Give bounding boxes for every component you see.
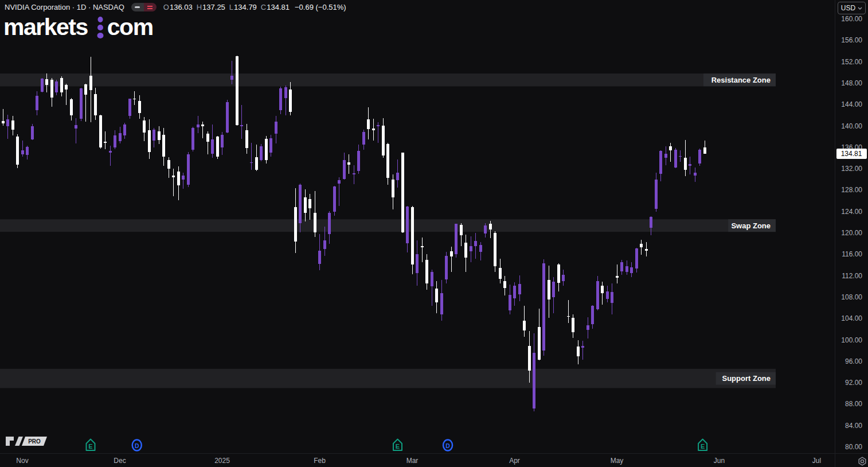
candle-body xyxy=(577,347,580,356)
candle-body xyxy=(587,325,589,330)
candle-body xyxy=(684,158,687,170)
price-tick-label: 152.00 xyxy=(841,58,862,66)
price-chart[interactable]: Resistance ZoneSwap ZoneSupport Zone160.… xyxy=(0,0,868,467)
candle-body xyxy=(499,268,502,279)
candle-body xyxy=(601,286,604,293)
candle-body xyxy=(694,173,697,176)
candle-body xyxy=(128,99,131,116)
candle-body xyxy=(411,207,414,265)
candle-body xyxy=(616,276,619,278)
resistance-zone xyxy=(0,73,776,86)
candle-body xyxy=(513,286,516,298)
price-tick-label: 160.00 xyxy=(841,15,862,23)
price-scale[interactable]: 160.00156.00152.00148.00144.00140.00136.… xyxy=(841,15,862,451)
candle-body xyxy=(523,321,526,330)
candle-body xyxy=(11,120,14,129)
candle-body xyxy=(240,125,243,126)
low-label: L xyxy=(229,3,233,11)
candle-body xyxy=(230,76,233,80)
price-tick-label: 124.00 xyxy=(841,208,862,216)
candle-body xyxy=(640,244,643,247)
candle-body xyxy=(75,125,77,129)
time-tick-label: Apr xyxy=(509,457,520,465)
high-label: H xyxy=(197,3,202,11)
candle-body xyxy=(191,128,194,150)
open-label: O xyxy=(163,3,169,11)
candle-body xyxy=(489,224,492,229)
candle-body xyxy=(396,173,399,180)
candle-body xyxy=(591,306,594,324)
candle-body xyxy=(401,153,404,232)
candle-body xyxy=(84,84,87,95)
event-markers[interactable]: EDEDE xyxy=(87,439,707,451)
candle-body xyxy=(250,162,253,164)
candle-body xyxy=(60,78,63,92)
candle-body xyxy=(167,160,170,169)
open-value: 136.03 xyxy=(170,3,193,11)
zone-bands xyxy=(0,73,776,388)
candle-body xyxy=(133,99,136,100)
candle-body xyxy=(596,281,599,310)
candle-body xyxy=(323,240,326,250)
candle-body xyxy=(318,251,321,263)
candle-body xyxy=(314,213,316,232)
time-tick-label: Jun xyxy=(714,457,725,465)
price-tick-label: 120.00 xyxy=(841,229,862,237)
candle-body xyxy=(206,134,209,142)
candle-body xyxy=(406,207,409,243)
tradingview-icon xyxy=(6,437,23,446)
delayed-data-icon xyxy=(144,3,157,11)
candle-body xyxy=(269,138,272,153)
price-tick-label: 100.00 xyxy=(841,336,862,344)
symbol-title[interactable]: NVIDIA Corporation · 1D · NASDAQ xyxy=(5,3,124,11)
candle-body xyxy=(328,213,331,234)
candle-body xyxy=(80,88,83,119)
price-tick-label: 140.00 xyxy=(841,122,862,130)
candle-body xyxy=(464,243,467,258)
candle-body xyxy=(445,256,448,279)
candle-body xyxy=(450,251,453,257)
candle-body xyxy=(245,130,248,148)
candle-body xyxy=(421,246,424,248)
candle-body xyxy=(260,146,263,160)
candle-body xyxy=(138,101,141,112)
candle-body xyxy=(509,295,511,310)
axis-settings-gear-icon[interactable] xyxy=(857,456,867,467)
close-value: 134.81 xyxy=(267,3,290,11)
price-tick-label: 88.00 xyxy=(845,400,862,408)
candle-body xyxy=(65,85,68,89)
candle-body xyxy=(172,176,175,177)
candle-body xyxy=(611,292,613,303)
candle-body xyxy=(343,160,346,178)
candle-body xyxy=(279,88,282,110)
currency-selector[interactable]: USD xyxy=(838,2,866,14)
time-scale[interactable]: NovDec2025FebMarAprMayJunJul xyxy=(16,457,821,465)
candle-body xyxy=(630,267,633,273)
candle-body xyxy=(123,124,126,135)
candle-body xyxy=(562,275,565,281)
candle-body xyxy=(503,281,506,288)
candle-body xyxy=(581,346,584,348)
candle-body xyxy=(221,135,224,147)
candle-body xyxy=(538,327,541,360)
candle-body xyxy=(440,293,443,314)
symbol-legend[interactable]: NVIDIA Corporation · 1D · NASDAQ O136.03… xyxy=(5,3,346,11)
price-tick-label: 92.00 xyxy=(845,379,862,387)
ohlc-values: O136.03 H137.25 L134.79 C134.81 −0.69 (−… xyxy=(163,3,346,11)
candle-body xyxy=(357,151,360,171)
candle-body xyxy=(104,142,107,143)
candle-body xyxy=(299,185,302,223)
candle-body xyxy=(338,180,341,184)
candle-body xyxy=(494,233,496,266)
tradingview-pro-logo[interactable]: PRO xyxy=(6,437,49,449)
candle-body xyxy=(392,180,394,197)
chart-window: Resistance ZoneSwap ZoneSupport Zone160.… xyxy=(0,0,868,467)
candle-body xyxy=(518,284,521,294)
time-tick-label: Feb xyxy=(314,457,326,465)
price-tick-label: 112.00 xyxy=(842,272,862,280)
candle-body xyxy=(664,154,667,158)
candle-body xyxy=(669,146,672,151)
price-tick-label: 116.00 xyxy=(842,250,862,258)
markets-com-logo: markets com xyxy=(3,11,153,43)
market-status-icon[interactable] xyxy=(131,3,157,11)
